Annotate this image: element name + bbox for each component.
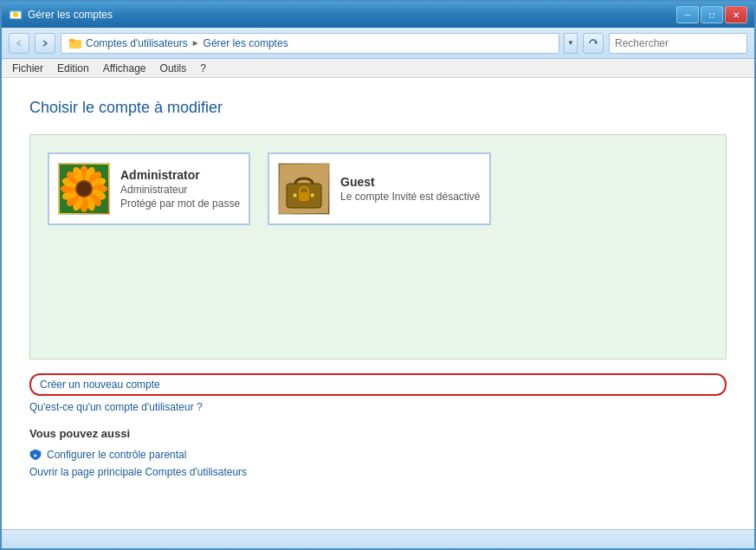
- menu-edition[interactable]: Edition: [50, 61, 96, 76]
- menu-outils[interactable]: Outils: [153, 61, 194, 76]
- forward-arrow-icon: [41, 39, 49, 48]
- svg-rect-4: [69, 39, 74, 42]
- refresh-icon: [588, 38, 598, 49]
- window-icon: [9, 8, 23, 22]
- parental-control-link-row: ★ Configurer le contrôle parental: [29, 449, 727, 461]
- status-bar: [2, 529, 754, 548]
- main-accounts-page-link[interactable]: Ouvrir la page principale Comptes d'util…: [29, 466, 727, 478]
- page-title: Choisir le compte à modifier: [29, 99, 727, 117]
- admin-avatar-image: [60, 165, 108, 213]
- main-window: Gérer les comptes ─ □ ✕ Compte: [0, 0, 756, 550]
- menu-affichage[interactable]: Affichage: [96, 61, 153, 76]
- account-info-administrator: Administrator Administrateur Protégé par…: [120, 168, 240, 210]
- forward-button[interactable]: [35, 33, 55, 54]
- maximize-button[interactable]: □: [701, 6, 723, 23]
- svg-text:★: ★: [309, 191, 315, 199]
- account-card-administrator[interactable]: Administrator Administrateur Protégé par…: [48, 152, 250, 225]
- search-box[interactable]: [609, 33, 747, 54]
- title-bar: Gérer les comptes ─ □ ✕: [2, 2, 754, 28]
- close-button[interactable]: ✕: [725, 6, 747, 23]
- title-controls: ─ □ ✕: [676, 6, 747, 23]
- folder-icon: [68, 36, 82, 50]
- shield-icon: ★: [29, 449, 42, 461]
- svg-text:★: ★: [292, 191, 298, 199]
- breadcrumb-root[interactable]: Comptes d'utilisateurs: [86, 37, 188, 49]
- breadcrumb-separator: ►: [191, 38, 200, 48]
- dropdown-arrow-icon: ▼: [567, 39, 574, 47]
- account-status-administrator: Protégé par mot de passe: [120, 197, 240, 210]
- avatar-guest: ★ ★: [278, 163, 330, 215]
- accounts-panel: Administrator Administrateur Protégé par…: [29, 134, 727, 359]
- menu-bar: Fichier Edition Affichage Outils ?: [2, 59, 754, 78]
- links-section: Créer un nouveau compte Qu'est-ce qu'un …: [29, 373, 727, 478]
- account-role-administrator: Administrateur: [120, 184, 240, 196]
- avatar-administrator: [58, 163, 110, 215]
- parental-control-link[interactable]: Configurer le contrôle parental: [47, 449, 186, 461]
- address-path: Comptes d'utilisateurs ► Gérer les compt…: [68, 36, 288, 50]
- create-account-link[interactable]: Créer un nouveau compte: [29, 373, 727, 396]
- menu-fichier[interactable]: Fichier: [5, 61, 50, 76]
- breadcrumb-current[interactable]: Gérer les comptes: [204, 37, 288, 49]
- account-info-guest: Guest Le compte Invité est désactivé: [340, 175, 480, 203]
- back-button[interactable]: [9, 33, 29, 54]
- svg-text:★: ★: [33, 453, 37, 458]
- address-input[interactable]: Comptes d'utilisateurs ► Gérer les compt…: [61, 33, 559, 54]
- content-area: Choisir le compte à modifier: [2, 78, 754, 529]
- account-status-guest: Le compte Invité est désactivé: [340, 191, 480, 203]
- address-dropdown-button[interactable]: ▼: [564, 33, 578, 54]
- address-bar: Comptes d'utilisateurs ► Gérer les compt…: [2, 28, 754, 59]
- title-bar-left: Gérer les comptes: [9, 8, 113, 22]
- what-is-account-link[interactable]: Qu'est-ce qu'un compte d'utilisateur ?: [29, 401, 727, 413]
- also-section-title: Vous pouvez aussi: [29, 427, 727, 440]
- account-card-guest[interactable]: ★ ★ Guest Le compte Invité est désactivé: [268, 152, 490, 225]
- svg-point-2: [13, 12, 18, 17]
- refresh-button[interactable]: [583, 33, 604, 54]
- search-input[interactable]: [615, 37, 745, 49]
- back-arrow-icon: [15, 39, 23, 48]
- guest-avatar-image: ★ ★: [280, 165, 328, 213]
- account-name-guest: Guest: [340, 175, 480, 189]
- title-text: Gérer les comptes: [28, 9, 113, 21]
- minimize-button[interactable]: ─: [676, 6, 699, 23]
- account-name-administrator: Administrator: [120, 168, 240, 182]
- menu-help[interactable]: ?: [193, 61, 213, 76]
- svg-point-26: [77, 182, 91, 196]
